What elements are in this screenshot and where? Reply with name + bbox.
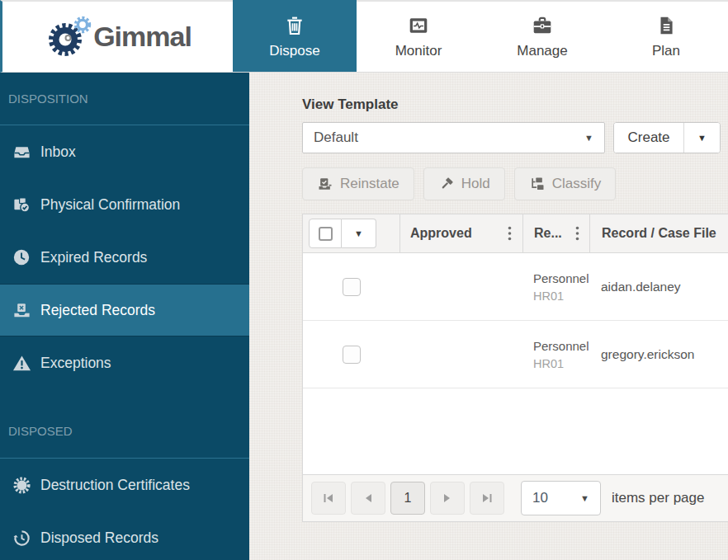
column-header-record-case-file[interactable]: Record / Case File <box>589 214 728 252</box>
inbox-icon <box>12 142 31 162</box>
gimmal-gears-icon <box>44 13 95 61</box>
record-name-cell: gregory.erickson <box>589 347 728 362</box>
logo-text: Gimmal <box>93 21 191 53</box>
records-grid: ▼ Approved Re... Recor <box>302 214 728 522</box>
action-label: Reinstate <box>340 176 399 192</box>
table-row[interactable]: Personnel HR01 aidan.delaney <box>303 253 728 321</box>
create-dropdown-arrow-button[interactable]: ▼ <box>683 123 720 153</box>
box-check-icon <box>12 195 31 214</box>
sidebar-item-label: Rejected Records <box>40 302 155 319</box>
table-row[interactable]: Personnel HR01 gregory.erickson <box>303 321 728 388</box>
record-class-code: HR01 <box>533 289 589 303</box>
gimmal-logo[interactable]: Gimmal <box>2 2 233 72</box>
create-split-button: Create ▼ <box>613 122 721 153</box>
page-number-button[interactable]: 1 <box>390 482 425 515</box>
grid-pager: 1 10 ▼ items per page <box>303 474 728 521</box>
column-header-record-class[interactable]: Re... <box>522 214 589 252</box>
view-template-dropdown[interactable]: Default ▼ <box>302 122 605 153</box>
action-label: Hold <box>461 176 490 192</box>
warning-icon <box>12 353 31 373</box>
sidebar-section-disposition: DISPOSITION <box>0 73 249 125</box>
sidebar-item-physical-confirmation[interactable]: Physical Confirmation <box>0 178 249 231</box>
sidebar-item-label: Physical Confirmation <box>40 196 180 214</box>
grid-header-row: ▼ Approved Re... Recor <box>303 214 728 253</box>
create-button[interactable]: Create <box>614 123 683 153</box>
template-controls: Default ▼ Create ▼ <box>302 122 728 153</box>
row-select-cell <box>303 346 399 364</box>
action-label: Classify <box>552 176 602 192</box>
next-page-button[interactable] <box>430 482 465 515</box>
app-header: Gimmal Dispose <box>0 0 728 73</box>
tab-label: Monitor <box>395 43 442 59</box>
chevron-down-icon: ▼ <box>354 228 363 238</box>
sidebar-item-label: Destruction Certificates <box>40 477 190 494</box>
items-per-page-label: items per page <box>612 490 704 506</box>
seal-icon <box>12 475 31 495</box>
select-all-header-cell: ▼ <box>303 214 399 252</box>
trash-icon <box>284 15 306 37</box>
record-class-name: Personnel <box>533 271 589 285</box>
select-all-split-button: ▼ <box>309 219 376 248</box>
sidebar-item-label: Disposed Records <box>40 529 158 547</box>
classify-button[interactable]: Classify <box>514 167 617 200</box>
record-actions: Reinstate Hold <box>302 167 728 200</box>
column-title: Re... <box>534 226 562 241</box>
chevron-down-icon: ▼ <box>584 133 593 143</box>
clock-icon <box>12 247 31 267</box>
sidebar-item-disposed-records[interactable]: Disposed Records <box>0 511 249 560</box>
sidebar-item-expired-records[interactable]: Expired Records <box>0 231 249 284</box>
tab-manage[interactable]: Manage <box>480 2 604 72</box>
chevron-down-icon: ▼ <box>697 133 707 143</box>
document-icon <box>655 15 678 37</box>
checkbox-icon <box>319 227 333 241</box>
gavel-icon <box>438 176 455 192</box>
tab-plan[interactable]: Plan <box>604 2 728 72</box>
record-class-cell: Personnel HR01 <box>522 339 589 370</box>
gimmal-app: Gimmal Dispose <box>0 0 728 560</box>
sidebar-item-destruction-certificates[interactable]: Destruction Certificates <box>0 459 249 511</box>
view-template-selected-value: Default <box>314 129 358 146</box>
briefcase-icon <box>532 15 554 37</box>
select-all-dropdown-button[interactable]: ▼ <box>342 219 376 248</box>
reinstate-button[interactable]: Reinstate <box>302 167 414 200</box>
chevron-down-icon: ▼ <box>580 493 589 503</box>
first-page-button[interactable] <box>311 482 346 515</box>
previous-page-button[interactable] <box>351 482 385 515</box>
tab-dispose[interactable]: Dispose <box>233 0 357 72</box>
last-page-button[interactable] <box>470 482 504 515</box>
sidebar-spacer <box>0 389 249 404</box>
record-class-cell: Personnel HR01 <box>522 271 589 303</box>
grid-empty-area <box>303 388 728 474</box>
page-size-dropdown[interactable]: 10 ▼ <box>521 481 601 515</box>
tray-x-icon <box>12 300 31 320</box>
tab-label: Manage <box>517 43 567 59</box>
main-content: View Template Default ▼ Create ▼ <box>249 73 728 560</box>
record-name-cell: aidan.delaney <box>589 280 728 294</box>
sidebar-item-label: Exceptions <box>40 355 111 372</box>
row-select-cell <box>303 278 399 296</box>
column-title: Record / Case File <box>602 226 716 241</box>
main-nav: Dispose Monitor <box>233 2 728 72</box>
column-menu-icon[interactable] <box>508 226 512 241</box>
sidebar-item-label: Inbox <box>40 144 76 161</box>
record-class-code: HR01 <box>533 357 589 370</box>
sidebar: DISPOSITION Inbox Physical Confirmation <box>0 73 249 560</box>
column-menu-icon[interactable] <box>575 226 579 241</box>
column-header-approved[interactable]: Approved <box>399 214 522 252</box>
view-template-label: View Template <box>302 96 728 113</box>
sidebar-item-inbox[interactable]: Inbox <box>0 125 249 178</box>
tab-label: Plan <box>652 43 680 59</box>
record-class-name: Personnel <box>533 339 589 353</box>
hold-button[interactable]: Hold <box>423 167 505 200</box>
select-all-checkbox-button[interactable] <box>309 219 342 248</box>
tab-label: Dispose <box>269 43 319 59</box>
row-checkbox[interactable] <box>343 278 361 296</box>
sidebar-item-label: Expired Records <box>40 249 147 266</box>
sidebar-section-disposed: DISPOSED <box>0 404 249 459</box>
sidebar-item-exceptions[interactable]: Exceptions <box>0 336 249 389</box>
tab-monitor[interactable]: Monitor <box>357 2 480 72</box>
row-checkbox[interactable] <box>343 346 361 364</box>
history-icon <box>12 528 31 548</box>
monitor-icon <box>408 15 430 37</box>
sidebar-item-rejected-records[interactable]: Rejected Records <box>0 284 249 336</box>
